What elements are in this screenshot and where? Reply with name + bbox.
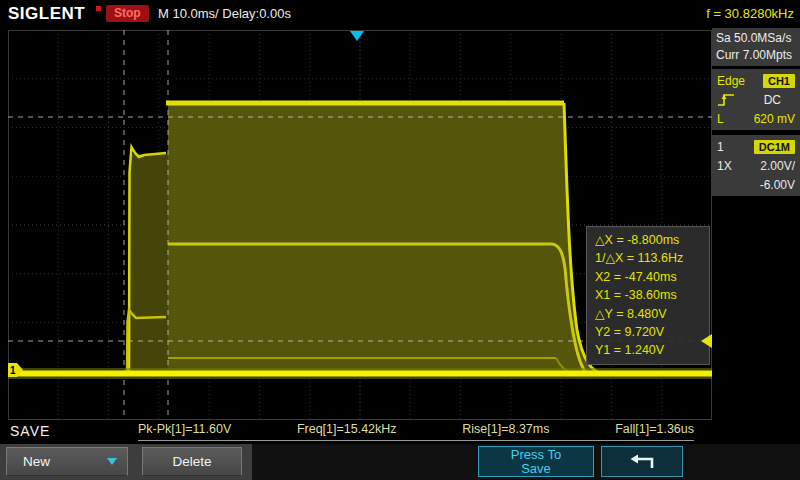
measure-fall: Fall[1]=1.36us — [615, 422, 694, 436]
waveform-fill — [130, 102, 605, 374]
probe-attenuation: 1X — [717, 159, 732, 173]
rising-edge-icon — [717, 92, 735, 107]
new-button-label: New — [23, 454, 50, 469]
menu-title: SAVE — [10, 423, 50, 439]
channel1-marker-label: 1 — [10, 365, 16, 376]
cursor-delta-y: △Y = 8.480V — [595, 305, 701, 323]
acquisition-panel: Sa 50.0MSa/s Curr 7.00Mpts — [712, 28, 800, 66]
oscilloscope-screen: SIGLENT Stop M 10.0ms/ Delay:0.00s f = 3… — [0, 0, 800, 480]
press-to-save-button[interactable]: Press To Save — [478, 446, 594, 477]
cursor-y1-value: Y1 = 1.240V — [595, 341, 701, 359]
right-sidebar: Sa 50.0MSa/s Curr 7.00Mpts Edge CH1 DC L… — [712, 28, 800, 420]
new-dropdown-arrow-icon — [107, 458, 117, 465]
run-state-badge[interactable]: Stop — [106, 5, 149, 22]
trigger-panel[interactable]: Edge CH1 DC L 620 mV — [712, 69, 800, 130]
cursor-delta-x: △X = -8.800ms — [595, 231, 701, 249]
measure-freq: Freq[1]=15.42kHz — [297, 422, 397, 436]
baseline-trace — [8, 368, 712, 379]
measurement-strip: SAVE Pk-Pk[1]=11.60V Freq[1]=15.42kHz Ri… — [0, 420, 800, 444]
cursor-x2-value: X2 = -47.40ms — [595, 268, 701, 286]
trigger-level-marker[interactable] — [701, 334, 712, 348]
channel-coupling-badge: DC1M — [754, 140, 795, 154]
top-status-bar: SIGLENT Stop M 10.0ms/ Delay:0.00s f = 3… — [0, 0, 800, 28]
waveform-display-area[interactable]: 1 △X = -8.800ms 1/△X = 113.6Hz X2 = -47.… — [8, 30, 712, 420]
softkey-menu-bar: New Delete Press To Save — [0, 444, 800, 480]
measure-rise: Rise[1]=8.37ms — [462, 422, 549, 436]
sample-rate: Sa 50.0MSa/s — [712, 30, 800, 47]
trigger-level-value: 620 mV — [754, 112, 795, 126]
trigger-coupling: DC — [764, 93, 781, 107]
memory-depth: Curr 7.00Mpts — [712, 47, 800, 64]
cursor-inv-delta-x: 1/△X = 113.6Hz — [595, 249, 701, 267]
return-button[interactable] — [601, 446, 683, 477]
timebase-readout[interactable]: M 10.0ms/ Delay:0.00s — [158, 6, 291, 21]
cursor-x1-value: X1 = -38.60ms — [595, 286, 701, 304]
return-arrow-icon — [628, 451, 656, 473]
cursor-y2-value: Y2 = 9.720V — [595, 323, 701, 341]
channel-number: 1 — [717, 140, 724, 154]
trigger-level-label: L — [717, 112, 724, 126]
measurements-row: Pk-Pk[1]=11.60V Freq[1]=15.42kHz Rise[1]… — [138, 422, 694, 441]
save-button-line2: Save — [521, 462, 551, 476]
trigger-frequency-readout: f = 30.8280kHz — [706, 6, 794, 21]
measure-pkpk: Pk-Pk[1]=11.60V — [138, 422, 231, 436]
channel-offset: -6.00V — [760, 178, 795, 192]
new-button[interactable]: New — [6, 447, 128, 476]
logo-red-dot — [96, 6, 101, 11]
delete-button[interactable]: Delete — [142, 447, 242, 476]
delete-button-label: Delete — [172, 454, 211, 469]
trigger-source-badge: CH1 — [763, 74, 795, 88]
save-button-line1: Press To — [511, 448, 561, 462]
siglent-logo: SIGLENT — [8, 4, 85, 24]
trigger-type: Edge — [717, 74, 745, 88]
volts-per-div: 2.00V/ — [760, 159, 795, 173]
trigger-position-marker[interactable] — [350, 31, 364, 41]
channel1-panel[interactable]: 1 DC1M 1X 2.00V/ -6.00V — [712, 135, 800, 196]
cursor-readout-panel: △X = -8.800ms 1/△X = 113.6Hz X2 = -47.40… — [586, 226, 710, 365]
